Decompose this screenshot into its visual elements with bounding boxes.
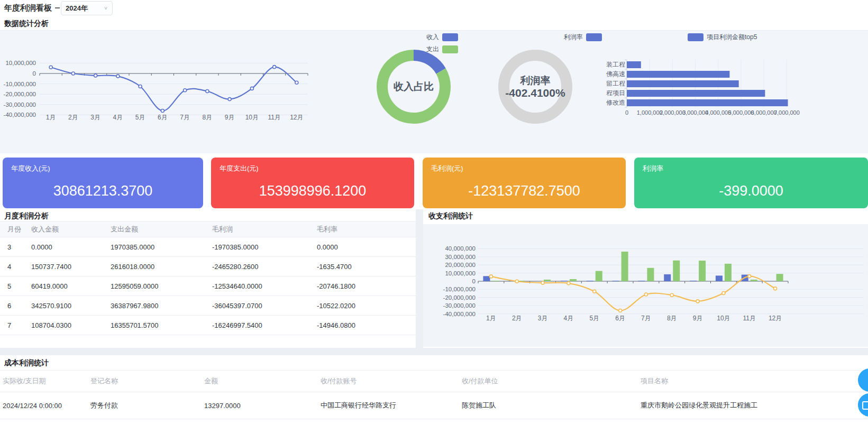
svg-text:12月: 12月 — [769, 315, 782, 322]
kpi-income-label: 年度收入(元) — [11, 164, 50, 173]
table-row: 4150737.74002616018.0000-2465280.2600-16… — [0, 257, 416, 276]
feedback-form-icon — [862, 401, 868, 410]
svg-text:2月: 2月 — [512, 315, 522, 322]
svg-text:10,000,000: 10,000,000 — [445, 270, 476, 276]
profit-rate-donut-center-label: 利润率 -402.4100% — [493, 75, 578, 99]
income-expense-profit-combo-chart: 40,000,00030,000,00020,000,00010,000,000… — [423, 224, 868, 338]
table-row: 560419.000012595059.0000-12534640.0000-2… — [0, 276, 416, 296]
col-register-name: 登记名称 — [90, 371, 204, 392]
project-profit-top5-bar-chart: 01,000,0002,000,0003,000,0004,000,0005,0… — [597, 42, 867, 122]
col-unit: 收/付款单位 — [461, 371, 640, 392]
svg-text:3,000,000: 3,000,000 — [682, 109, 708, 116]
col-gross-rate: 毛利率 — [316, 221, 416, 237]
svg-text:3月: 3月 — [90, 114, 100, 121]
year-select-value: 2024年 — [66, 4, 88, 13]
svg-text:6,000,000: 6,000,000 — [751, 109, 777, 116]
svg-text:1,000,000: 1,000,000 — [637, 109, 663, 116]
svg-text:0: 0 — [625, 109, 628, 116]
legend-expense-label: 支出 — [426, 45, 439, 54]
svg-text:-10,000,000: -10,000,000 — [443, 286, 476, 292]
svg-text:1月: 1月 — [486, 315, 496, 322]
svg-text:-10,000,000: -10,000,000 — [4, 81, 36, 87]
col-account: 收/付款账号 — [320, 371, 461, 392]
col-date: 实际收/支日期 — [0, 371, 90, 392]
svg-text:-20,000,000: -20,000,000 — [443, 294, 476, 301]
svg-text:7月: 7月 — [180, 114, 190, 121]
svg-text:12月: 12月 — [290, 114, 303, 121]
legend-item-expense[interactable]: 支出 — [426, 45, 458, 54]
legend-item-top5[interactable]: 项目利润金额top5 — [688, 33, 757, 42]
income-ratio-donut-center-label: 收入占比 — [371, 81, 456, 93]
section-title-stats: 数据统计分析 — [4, 19, 49, 29]
legend-income-label: 收入 — [426, 33, 439, 42]
kpi-card-profit-rate: 利润率 -399.0000 — [634, 158, 868, 208]
svg-text:11月: 11月 — [743, 315, 756, 322]
monthly-profit-line-chart: 10,000,0000-10,000,000-20,000,000-30,000… — [0, 31, 339, 140]
monthly-profit-panel: 月度利润分析 月份 收入金额 支出金额 毛利润 毛利率 30.000019703… — [0, 209, 416, 348]
panel-gap-vertical — [416, 209, 423, 348]
svg-text:4月: 4月 — [113, 114, 123, 121]
svg-text:5月: 5月 — [589, 315, 599, 322]
bar-category-label: 修改造 — [599, 98, 625, 107]
page-title: 年度利润看板 — [4, 3, 52, 13]
svg-text:11月: 11月 — [268, 114, 280, 121]
col-income: 收入金额 — [31, 221, 110, 237]
chevron-down-icon: ∨ — [104, 5, 108, 11]
cost-profit-panel: 成本利润统计 实际收/支日期 登记名称 金额 收/付款账号 收/付款单位 项目名… — [0, 355, 868, 434]
svg-text:-30,000,000: -30,000,000 — [4, 101, 36, 108]
title-divider-dash — [55, 7, 60, 8]
legend-item-income[interactable]: 收入 — [426, 33, 458, 42]
monthly-table-header-row: 月份 收入金额 支出金额 毛利润 毛利率 — [0, 221, 416, 237]
kpi-card-annual-income: 年度收入(元) 30861213.3700 — [3, 158, 203, 208]
panel-gap-horizontal — [0, 348, 868, 355]
svg-text:0: 0 — [33, 70, 36, 77]
svg-text:-40,000,000: -40,000,000 — [443, 311, 476, 317]
svg-text:4月: 4月 — [564, 315, 574, 322]
legend-profit-rate-label: 利润率 — [564, 33, 583, 42]
kpi-card-gross-profit: 毛利润(元) -123137782.7500 — [423, 158, 626, 208]
kpi-card-annual-expense: 年度支出(元) 153998996.1200 — [211, 158, 414, 208]
kpi-rate-label: 利润率 — [643, 164, 663, 173]
kpi-income-value: 30861213.3700 — [3, 183, 203, 199]
year-select[interactable]: 2024年 ∨ — [61, 1, 113, 15]
col-gross-profit: 毛利润 — [212, 221, 316, 237]
cost-profit-table: 实际收/支日期 登记名称 金额 收/付款账号 收/付款单位 项目名称 2024/… — [0, 370, 868, 419]
col-amount: 金额 — [204, 371, 320, 392]
svg-text:6月: 6月 — [158, 114, 168, 121]
kpi-gross-value: -123137782.7500 — [423, 183, 626, 199]
income-expense-legend: 收入 支出 — [426, 33, 458, 54]
legend-income-swatch — [442, 33, 458, 41]
svg-text:5,000,000: 5,000,000 — [728, 109, 754, 116]
dashboard-root: 年度利润看板 2024年 ∨ 数据统计分析 10,000,0000-10,000… — [0, 0, 868, 434]
legend-top5-swatch — [688, 33, 703, 41]
svg-text:0: 0 — [472, 278, 476, 284]
legend-item-profit-rate[interactable]: 利润率 — [564, 33, 602, 42]
bar-category-label: 程项目 — [599, 89, 625, 97]
svg-text:7,000,000: 7,000,000 — [774, 109, 800, 116]
svg-text:1月: 1月 — [46, 114, 56, 121]
svg-text:2,000,000: 2,000,000 — [660, 109, 686, 116]
cost-table-header-row: 实际收/支日期 登记名称 金额 收/付款账号 收/付款单位 项目名称 — [0, 371, 868, 392]
svg-text:-30,000,000: -30,000,000 — [443, 302, 476, 309]
svg-text:2月: 2月 — [68, 114, 78, 121]
svg-text:10月: 10月 — [245, 114, 259, 121]
bar-category-label: 装工程 — [599, 60, 625, 69]
svg-text:20,000,000: 20,000,000 — [445, 262, 476, 268]
svg-text:8月: 8月 — [203, 114, 213, 121]
table-row: 2024/12/24 0:00:00 劳务付款 13297.0000 中国工商银… — [0, 392, 868, 419]
legend-expense-swatch — [442, 45, 458, 53]
svg-text:-20,000,000: -20,000,000 — [4, 91, 36, 97]
kpi-gross-label: 毛利润(元) — [431, 164, 463, 173]
col-project-name: 项目名称 — [640, 371, 868, 392]
monthly-profit-table: 月份 收入金额 支出金额 毛利润 毛利率 30.00001970385.0000… — [0, 221, 416, 335]
kpi-expense-value: 153998996.1200 — [211, 183, 414, 199]
section-title-cost: 成本利润统计 — [4, 358, 49, 368]
top5-legend: 项目利润金额top5 — [688, 33, 757, 42]
svg-text:40,000,000: 40,000,000 — [445, 245, 476, 252]
profit-rate-legend: 利润率 — [564, 33, 602, 42]
svg-text:5月: 5月 — [135, 114, 145, 121]
kpi-expense-label: 年度支出(元) — [220, 164, 259, 173]
svg-text:8月: 8月 — [667, 315, 677, 322]
svg-text:10,000,000: 10,000,000 — [5, 60, 36, 66]
svg-text:6月: 6月 — [615, 315, 625, 322]
